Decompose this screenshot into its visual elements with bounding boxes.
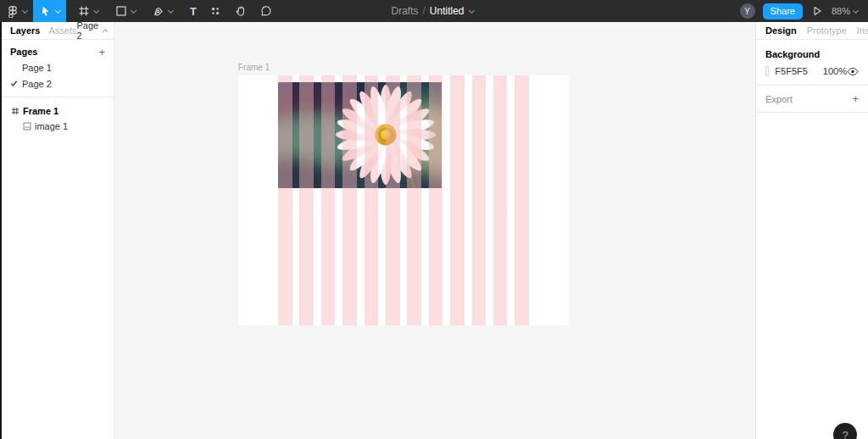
pen-tool-icon [152,4,165,18]
breadcrumb-drafts[interactable]: Drafts [391,5,418,17]
background-opacity-value[interactable]: 100% [823,66,847,76]
tab-layers[interactable]: Layers [10,25,40,36]
chevron-down-icon [131,7,136,13]
breadcrumb-separator: / [422,5,425,17]
chevron-down-icon [22,7,28,13]
avatar[interactable]: Y [740,3,755,19]
share-button[interactable]: Share [763,3,803,19]
present-button[interactable] [810,4,824,18]
move-tool-button[interactable] [33,0,66,22]
text-tool-button[interactable]: T [184,0,203,22]
page-switcher-label: Page 2 [77,20,100,41]
frame-name-label[interactable]: Frame 1 [238,63,270,72]
frame-layer-icon [11,107,19,115]
shape-tool-button[interactable] [108,0,142,22]
zoom-level: 88% [832,6,850,16]
zoom-menu[interactable]: 88% [832,6,861,16]
page-item-page2[interactable]: Page 2 [2,75,114,92]
chevron-down-icon [93,7,99,13]
hand-tool-button[interactable] [228,0,253,22]
play-icon [810,4,824,18]
chevron-up-icon [103,29,108,34]
daisy-image[interactable] [278,82,442,188]
page-item-label: Page 2 [22,79,52,89]
frame-tool-icon [77,4,91,18]
export-header: Export [765,94,793,104]
chevron-down-icon [168,7,174,13]
window-edge [0,22,2,439]
page-item-label: Page 1 [22,63,52,73]
background-color-swatch[interactable] [765,66,769,76]
visibility-toggle[interactable] [847,67,859,76]
add-export-button[interactable]: + [852,93,859,104]
resources-button[interactable] [203,0,228,22]
move-cursor-icon [39,4,53,18]
layer-item-label: Frame 1 [23,106,58,116]
rectangle-tool-icon [114,4,128,18]
add-page-button[interactable]: + [98,47,105,58]
page-item-page1[interactable]: Page 1 [2,59,114,75]
hand-tool-icon [234,4,248,18]
tab-assets[interactable]: Assets [48,25,76,36]
tab-prototype[interactable]: Prototype [807,25,847,36]
image-layer-icon [23,122,31,131]
page-switcher[interactable]: Page 2 [77,20,111,41]
pages-header: Pages [10,47,37,57]
layer-item-image1[interactable]: image 1 [2,119,114,134]
figma-app: T [0,0,868,439]
comment-button[interactable] [253,0,275,22]
pen-tool-button[interactable] [146,0,179,22]
toolbar: T [0,0,868,22]
tab-inspect[interactable]: Inspect [857,25,868,36]
canvas[interactable]: Frame 1 [114,22,754,439]
layer-item-label: image 1 [35,121,68,131]
chevron-down-icon [853,7,859,13]
divider [756,112,868,113]
document-name[interactable]: Untitled [430,5,465,17]
background-header: Background [756,40,868,59]
main-menu-button[interactable] [0,0,33,22]
frame-1[interactable] [238,75,569,325]
chevron-down-icon [55,7,61,13]
tab-design[interactable]: Design [765,25,797,36]
layer-item-frame1[interactable]: Frame 1 [2,103,114,119]
check-icon [10,79,18,89]
divider [2,97,114,97]
text-tool-icon: T [190,5,197,18]
left-sidebar: Layers Assets Page 2 Pages + Page 1 Page… [2,22,114,439]
comment-icon [259,4,273,18]
right-sidebar: Design Prototype Inspect Background F5F5… [755,22,868,439]
frame-tool-button[interactable] [71,0,104,22]
background-hex-value[interactable]: F5F5F5 [775,66,808,76]
resources-icon [209,4,222,18]
figma-logo-icon [6,4,19,18]
eye-icon [847,67,859,76]
chevron-down-icon[interactable] [468,7,474,13]
